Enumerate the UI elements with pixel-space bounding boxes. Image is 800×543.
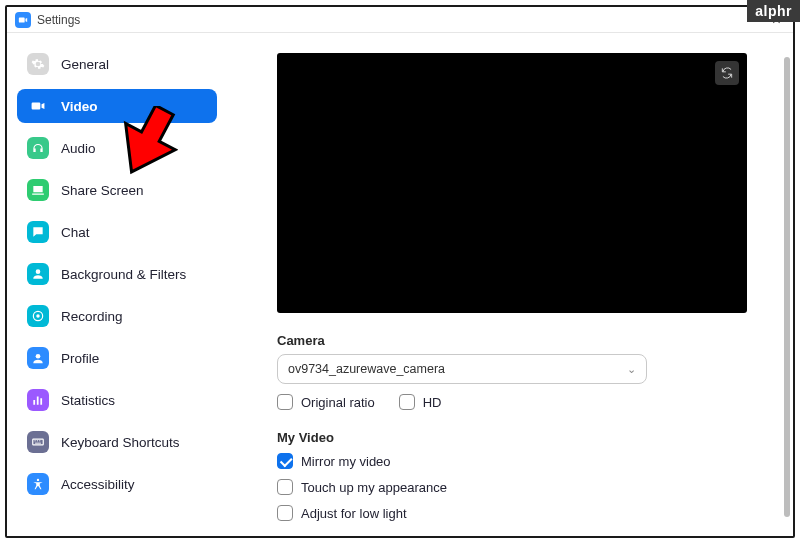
sidebar-item-label: Statistics	[61, 393, 115, 408]
stats-icon	[27, 389, 49, 411]
option-label: Adjust for low light	[301, 506, 407, 521]
video-settings-panel: Camera ov9734_azurewave_camera ⌄ Origina…	[227, 33, 793, 536]
sidebar-item-general[interactable]: General	[17, 47, 217, 81]
checkbox[interactable]	[277, 394, 293, 410]
sidebar-item-label: Background & Filters	[61, 267, 186, 282]
keyboard-icon	[27, 431, 49, 453]
svg-rect-3	[33, 439, 44, 445]
sidebar-item-profile[interactable]: Profile	[17, 341, 217, 375]
my-video-section-label: My Video	[277, 430, 765, 445]
window-body: GeneralVideoAudioShare ScreenChatBackgro…	[7, 33, 793, 536]
share-icon	[27, 179, 49, 201]
profile-icon	[27, 347, 49, 369]
person-icon	[27, 263, 49, 285]
option-label: HD	[423, 395, 442, 410]
option-label: Touch up my appearance	[301, 480, 447, 495]
camera-section-label: Camera	[277, 333, 765, 348]
sidebar-item-label: Share Screen	[61, 183, 144, 198]
lowlight-option[interactable]: Adjust for low light	[277, 505, 765, 521]
sidebar-item-label: Keyboard Shortcuts	[61, 435, 180, 450]
option-label: Mirror my video	[301, 454, 391, 469]
video-icon	[27, 95, 49, 117]
original-ratio-option[interactable]: Original ratio	[277, 394, 375, 410]
sidebar-item-chat[interactable]: Chat	[17, 215, 217, 249]
sidebar-item-label: Audio	[61, 141, 96, 156]
svg-point-1	[36, 314, 40, 318]
video-preview	[277, 53, 747, 313]
settings-window: Settings × GeneralVideoAudioShare Screen…	[5, 5, 795, 538]
window-title: Settings	[37, 13, 80, 27]
record-icon	[27, 305, 49, 327]
sidebar-item-label: General	[61, 57, 109, 72]
checkbox[interactable]	[399, 394, 415, 410]
sidebar-item-share-screen[interactable]: Share Screen	[17, 173, 217, 207]
svg-point-2	[36, 354, 41, 359]
touchup-option[interactable]: Touch up my appearance	[277, 479, 765, 495]
mirror-option[interactable]: Mirror my video	[277, 453, 765, 469]
titlebar: Settings ×	[7, 7, 793, 33]
checkbox[interactable]	[277, 453, 293, 469]
svg-point-4	[37, 479, 39, 481]
chevron-down-icon: ⌄	[627, 363, 636, 376]
camera-select[interactable]: ov9734_azurewave_camera ⌄	[277, 354, 647, 384]
hd-option[interactable]: HD	[399, 394, 442, 410]
chat-icon	[27, 221, 49, 243]
sidebar-item-label: Chat	[61, 225, 90, 240]
watermark-badge: alphr	[747, 0, 800, 22]
gear-icon	[27, 53, 49, 75]
sidebar-item-label: Video	[61, 99, 98, 114]
sidebar: GeneralVideoAudioShare ScreenChatBackgro…	[7, 33, 227, 536]
scrollbar[interactable]	[784, 57, 790, 517]
sidebar-item-accessibility[interactable]: Accessibility	[17, 467, 217, 501]
option-label: Original ratio	[301, 395, 375, 410]
sidebar-item-recording[interactable]: Recording	[17, 299, 217, 333]
sidebar-item-audio[interactable]: Audio	[17, 131, 217, 165]
accessibility-icon	[27, 473, 49, 495]
camera-selected-value: ov9734_azurewave_camera	[288, 362, 445, 376]
checkbox[interactable]	[277, 479, 293, 495]
checkbox[interactable]	[277, 505, 293, 521]
sidebar-item-background-filters[interactable]: Background & Filters	[17, 257, 217, 291]
sidebar-item-keyboard-shortcuts[interactable]: Keyboard Shortcuts	[17, 425, 217, 459]
rotate-camera-button[interactable]	[715, 61, 739, 85]
sidebar-item-label: Recording	[61, 309, 123, 324]
sidebar-item-video[interactable]: Video	[17, 89, 217, 123]
sidebar-item-statistics[interactable]: Statistics	[17, 383, 217, 417]
app-icon	[15, 12, 31, 28]
headphones-icon	[27, 137, 49, 159]
sidebar-item-label: Profile	[61, 351, 99, 366]
sidebar-item-label: Accessibility	[61, 477, 135, 492]
